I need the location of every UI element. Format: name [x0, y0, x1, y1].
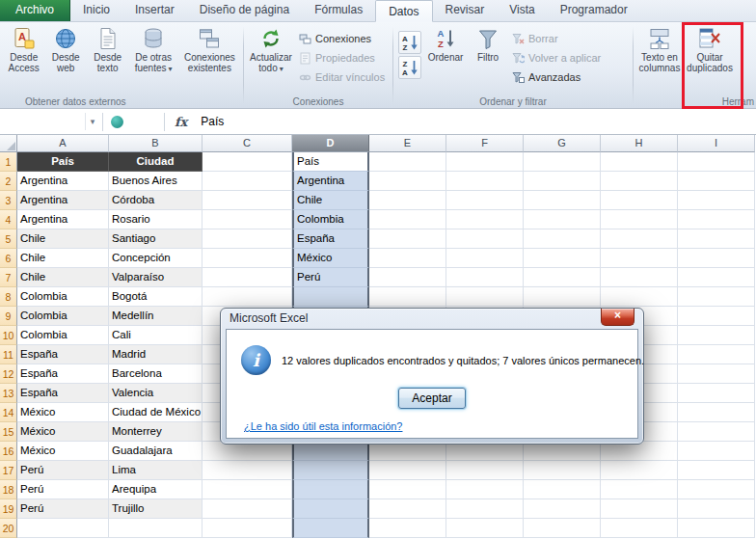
cell-E19[interactable] — [369, 499, 446, 519]
cell-F19[interactable] — [446, 499, 524, 519]
propiedades-button[interactable]: Propiedades — [295, 48, 389, 67]
cell-A16[interactable]: México — [17, 442, 109, 461]
cell-I7[interactable] — [678, 268, 755, 287]
name-box-dropdown-icon[interactable] — [85, 113, 99, 130]
cell-G18[interactable] — [524, 480, 601, 499]
cell-E8[interactable] — [369, 287, 446, 307]
cell-G6[interactable] — [524, 249, 601, 268]
tab-archivo[interactable]: Archivo — [0, 0, 70, 21]
cell-I1[interactable] — [678, 152, 755, 172]
cell-I20[interactable] — [678, 519, 755, 538]
desde-access-button[interactable]: A Desde Access — [3, 25, 44, 73]
cell-F8[interactable] — [446, 287, 524, 307]
row-header-4[interactable]: 4 — [0, 210, 17, 229]
tab-revisar[interactable]: Revisar — [433, 0, 498, 21]
cell-B10[interactable]: Cali — [109, 326, 202, 345]
help-link[interactable]: ¿Le ha sido útil esta información? — [244, 420, 402, 432]
cell-B19[interactable]: Trujillo — [109, 499, 202, 519]
column-header-B[interactable]: B — [109, 135, 202, 152]
cell-B17[interactable]: Lima — [109, 461, 202, 480]
cell-E3[interactable] — [369, 191, 446, 210]
cell-A8[interactable]: Colombia — [17, 287, 109, 307]
cell-F18[interactable] — [446, 480, 524, 499]
column-header-I[interactable]: I — [678, 135, 755, 152]
cell-E5[interactable] — [369, 229, 446, 249]
cell-C16[interactable] — [202, 442, 292, 461]
cell-H1[interactable] — [601, 152, 678, 172]
cell-B9[interactable]: Medellín — [109, 307, 202, 326]
cell-B7[interactable]: Valparaíso — [109, 268, 202, 287]
cell-F4[interactable] — [446, 210, 524, 229]
cell-B20[interactable] — [109, 519, 202, 538]
cell-I19[interactable] — [678, 499, 755, 519]
cell-A5[interactable]: Chile — [17, 229, 109, 249]
cell-I10[interactable] — [678, 326, 755, 345]
cell-B14[interactable]: Ciudad de México — [109, 403, 202, 422]
row-header-8[interactable]: 8 — [0, 287, 17, 307]
cell-D20[interactable] — [292, 519, 369, 538]
cell-D16[interactable] — [292, 442, 369, 461]
ordenar-button[interactable]: A Z Ordenar — [423, 25, 468, 63]
column-header-D[interactable]: D — [292, 135, 369, 152]
cell-C5[interactable] — [202, 229, 292, 249]
cell-F3[interactable] — [446, 191, 524, 210]
column-header-E[interactable]: E — [369, 135, 446, 152]
tab-diseno-de-pagina[interactable]: Diseño de página — [187, 0, 302, 21]
cell-B1[interactable]: Ciudad — [109, 152, 202, 172]
cell-B5[interactable]: Santiago — [109, 229, 202, 249]
cell-A20[interactable] — [17, 519, 109, 538]
cell-I11[interactable] — [678, 345, 755, 364]
row-header-11[interactable]: 11 — [0, 345, 17, 364]
cell-E16[interactable] — [369, 442, 446, 461]
cell-A9[interactable]: Colombia — [17, 307, 109, 326]
cell-C20[interactable] — [202, 519, 292, 538]
cell-D18[interactable] — [292, 480, 369, 499]
column-header-A[interactable]: A — [17, 135, 109, 152]
cell-A6[interactable]: Chile — [17, 249, 109, 268]
cell-H3[interactable] — [601, 191, 678, 210]
cell-C3[interactable] — [202, 191, 292, 210]
cell-D19[interactable] — [292, 499, 369, 519]
cell-E7[interactable] — [369, 268, 446, 287]
cell-F5[interactable] — [446, 229, 524, 249]
cell-I2[interactable] — [678, 172, 755, 191]
cell-A19[interactable]: Perú — [17, 499, 109, 519]
cell-E17[interactable] — [369, 461, 446, 480]
select-all-corner[interactable] — [0, 135, 17, 152]
cell-A4[interactable]: Argentina — [17, 210, 109, 229]
row-header-9[interactable]: 9 — [0, 307, 17, 326]
cell-A2[interactable]: Argentina — [17, 172, 109, 191]
cell-B2[interactable]: Buenos Aires — [109, 172, 202, 191]
cell-A3[interactable]: Argentina — [17, 191, 109, 210]
cell-G8[interactable] — [524, 287, 601, 307]
cell-H20[interactable] — [601, 519, 678, 538]
cell-D17[interactable] — [292, 461, 369, 480]
conexiones-existentes-button[interactable]: Conexiones existentes — [178, 25, 241, 73]
cell-D4[interactable]: Colombia — [292, 210, 369, 229]
cell-D2[interactable]: Argentina — [292, 172, 369, 191]
cell-A7[interactable]: Chile — [17, 268, 109, 287]
cell-F2[interactable] — [446, 172, 524, 191]
editar-vinculos-button[interactable]: Editar vínculos — [295, 67, 389, 87]
cell-E1[interactable] — [369, 152, 446, 172]
cell-G3[interactable] — [524, 191, 601, 210]
cell-I13[interactable] — [678, 384, 755, 403]
cell-A10[interactable]: Colombia — [17, 326, 109, 345]
cell-C8[interactable] — [202, 287, 292, 307]
cell-A17[interactable]: Perú — [17, 461, 109, 480]
row-header-12[interactable]: 12 — [0, 364, 17, 384]
cell-H4[interactable] — [601, 210, 678, 229]
cell-D3[interactable]: Chile — [292, 191, 369, 210]
row-header-15[interactable]: 15 — [0, 422, 17, 442]
row-header-17[interactable]: 17 — [0, 461, 17, 480]
cell-H2[interactable] — [601, 172, 678, 191]
cell-A12[interactable]: España — [17, 364, 109, 384]
formula-bar-content[interactable]: País — [194, 115, 224, 128]
cell-I12[interactable] — [678, 364, 755, 384]
cell-C6[interactable] — [202, 249, 292, 268]
cell-B11[interactable]: Madrid — [109, 345, 202, 364]
cell-A1[interactable]: País — [17, 152, 109, 172]
row-header-13[interactable]: 13 — [0, 384, 17, 403]
cell-B18[interactable]: Arequipa — [109, 480, 202, 499]
tab-insertar[interactable]: Insertar — [122, 0, 187, 21]
